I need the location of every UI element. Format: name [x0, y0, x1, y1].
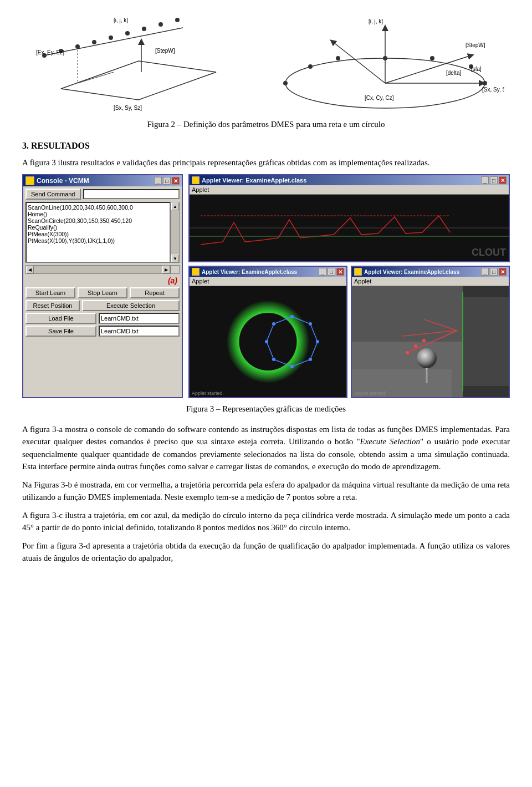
applet-c-minimize[interactable]: _: [319, 268, 326, 276]
titlebar-d-left: Applet Viewer: ExamineApplet.class: [354, 268, 459, 276]
applet-b-maximize[interactable]: □: [490, 176, 498, 184]
horizontal-scrollbar[interactable]: ◀ ▶: [25, 265, 171, 274]
save-file-button[interactable]: Save File: [25, 326, 96, 337]
svg-point-44: [272, 322, 275, 326]
svg-point-9: [158, 22, 163, 27]
applet-b-menu[interactable]: Applet: [192, 186, 209, 193]
console-body: Send Command ScanOnLine(100,200,340,450,…: [23, 186, 182, 341]
figure3-container: Console - VCMM _ □ ✕ Send Command ScanOn…: [22, 174, 510, 398]
applet-b-body: (b) CLOUT: [190, 195, 509, 261]
command-list[interactable]: ScanOnLine(100,200,340,450,600,300,0 Hom…: [25, 202, 171, 263]
svg-point-25: [336, 56, 340, 60]
console-title: Console - VCMM: [37, 177, 89, 185]
vertical-scrollbar[interactable]: ▲ ▼: [171, 202, 180, 263]
applet-d-maximize[interactable]: □: [490, 268, 498, 276]
reset-position-button[interactable]: Reset Position: [25, 300, 80, 311]
applet-title-b: Applet Viewer: ExamineApplet.class: [202, 177, 306, 184]
paragraph-4: Por fim a figura 3-d apresenta a trajetó…: [22, 540, 510, 565]
figure3-caption: Figura 3 – Representações gráficas de me…: [22, 403, 510, 415]
svg-point-23: [283, 81, 288, 85]
scroll-track-h: [34, 266, 162, 273]
applet-d-menubar[interactable]: Applet: [352, 277, 509, 286]
applet-d-close[interactable]: ✕: [499, 268, 507, 276]
save-file-input[interactable]: [99, 326, 180, 337]
paragraph-3: A figura 3-c ilustra a trajetória, em co…: [22, 509, 510, 534]
command-input[interactable]: [83, 189, 180, 199]
cmd-line-6: PtMeas(X(100),Y(300),IJK(1,1,0)): [28, 237, 168, 244]
save-file-row: Save File: [25, 326, 180, 337]
applet-c-close[interactable]: ✕: [336, 268, 344, 276]
repeat-button[interactable]: Repeat: [130, 287, 180, 298]
cmd-line-3: ScanOnCircle(200,300,150,350,450,120: [28, 217, 168, 224]
bottom-applets-row: Applet Viewer: ExamineApplet.class _ □ ✕…: [188, 266, 510, 398]
applet-c-menubar[interactable]: Applet: [190, 277, 346, 286]
svg-text:[Sx, Sy, Sz]: [Sx, Sy, Sz]: [482, 87, 504, 93]
figure2-diagrams: [Ex, Ey, Ez] [i, j, k] [StepW] [Sx, Sy, …: [22, 11, 510, 114]
section-intro: A figura 3 ilustra resultados e validaçõ…: [22, 156, 510, 169]
svg-point-5: [92, 40, 96, 44]
applet-title-d: Applet Viewer: ExamineApplet.class: [364, 269, 459, 275]
svg-point-48: [309, 358, 312, 361]
paragraph-2: Na Figuras 3-b é mostrada, em cor vermel…: [22, 479, 510, 504]
load-file-input[interactable]: [99, 313, 180, 324]
applet-b-menubar[interactable]: Applet: [190, 185, 509, 195]
svg-point-10: [175, 18, 180, 22]
titlebar-left: Console - VCMM: [25, 176, 89, 185]
paragraph-1: A figura 3-a mostra o console de comando…: [22, 423, 510, 473]
scroll-track-v: [171, 210, 179, 255]
applet-window-d: Applet Viewer: ExamineApplet.class _ □ ✕…: [351, 266, 510, 398]
applet-icon-b: [192, 176, 200, 184]
applet-d-minimize[interactable]: _: [481, 268, 489, 276]
circle-visualization-svg: [190, 286, 346, 397]
svg-text:[delta]: [delta]: [446, 70, 461, 76]
execute-selection-button[interactable]: Execute Selection: [82, 300, 180, 311]
svg-text:[i, j, k]: [i, j, k]: [114, 17, 128, 23]
applet-d-menu[interactable]: Applet: [354, 278, 371, 285]
console-titlebar: Console - VCMM _ □ ✕: [23, 175, 182, 186]
svg-marker-0: [61, 61, 216, 100]
scroll-down-button[interactable]: ▼: [171, 255, 179, 262]
load-file-row: Load File: [25, 313, 180, 324]
load-file-button[interactable]: Load File: [25, 313, 96, 324]
applet-b-minimize[interactable]: _: [481, 176, 489, 184]
svg-line-22: [332, 42, 385, 83]
console-app-icon: [25, 176, 34, 185]
stop-learn-button[interactable]: Stop Learn: [78, 287, 127, 298]
svg-text:[Ex, Ey, Ez]: [Ex, Ey, Ez]: [36, 49, 64, 55]
line-diagram: [Ex, Ey, Ez] [i, j, k] [StepW] [Sx, Sy, …: [28, 11, 249, 114]
applet-titlebar-d: Applet Viewer: ExamineApplet.class _ □ ✕: [352, 267, 509, 277]
cmd-line-5: PtMeas(X(300)): [28, 231, 168, 237]
applet-c-maximize[interactable]: □: [328, 268, 335, 276]
applet-window-c: Applet Viewer: ExamineApplet.class _ □ ✕…: [188, 266, 347, 398]
applet-b-close[interactable]: ✕: [499, 176, 507, 184]
applet-c-menu[interactable]: Applet: [192, 278, 209, 285]
close-button[interactable]: ✕: [172, 177, 180, 185]
svg-point-63: [406, 351, 409, 354]
figure2-caption: Figura 2 – Definição dos parâmetros DMES…: [22, 118, 510, 131]
svg-point-64: [414, 344, 417, 348]
scroll-up-button[interactable]: ▲: [171, 202, 179, 210]
circle-diagram: [i, j, k] [StepW] [delta] [sfa] [Sx, Sy,…: [266, 11, 504, 114]
hscroll-row: ◀ ▶: [25, 265, 180, 274]
svg-point-8: [142, 27, 146, 31]
svg-point-61: [417, 348, 437, 368]
svg-line-20: [385, 55, 471, 83]
applet-title-c: Applet Viewer: ExamineApplet.class: [202, 269, 297, 275]
applet-window-b: Applet Viewer: ExamineApplet.class _ □ ✕…: [188, 174, 510, 262]
send-command-button[interactable]: Send Command: [25, 189, 81, 200]
scroll-left-button[interactable]: ◀: [26, 266, 34, 273]
scroll-corner: [171, 265, 180, 274]
titlebar-b-left: Applet Viewer: ExamineApplet.class: [192, 176, 306, 184]
svg-point-45: [290, 315, 294, 318]
svg-line-16: [78, 72, 114, 83]
svg-text:[Sx, Sy, Sz]: [Sx, Sy, Sz]: [114, 105, 142, 111]
scroll-right-button[interactable]: ▶: [162, 266, 170, 273]
applet-d-controls: _ □ ✕: [481, 268, 507, 276]
start-learn-button[interactable]: Start Learn: [25, 287, 75, 298]
minimize-button[interactable]: _: [154, 177, 162, 185]
maximize-button[interactable]: □: [163, 177, 171, 185]
svg-point-46: [309, 322, 312, 326]
applet-c-body: (c): [190, 286, 346, 397]
titlebar-c-left: Applet Viewer: ExamineApplet.class: [192, 268, 297, 276]
svg-point-7: [125, 31, 130, 35]
